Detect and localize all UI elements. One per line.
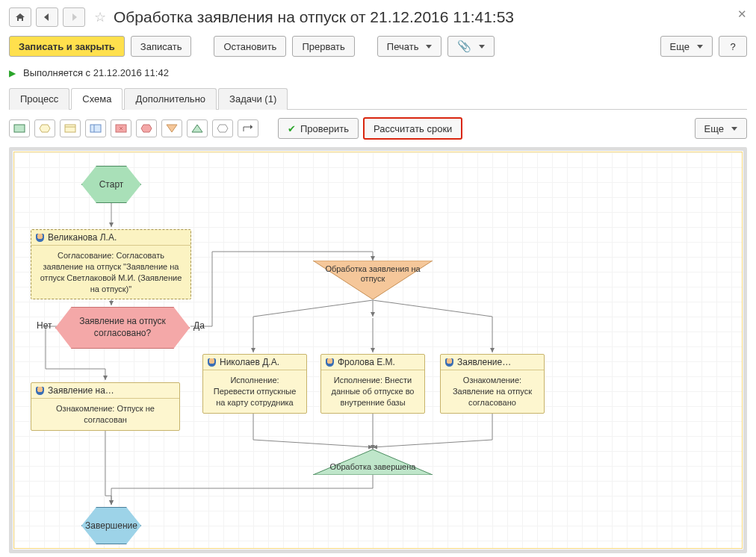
app-window: ☆ Обработка заявления на отпуск от 21.12… bbox=[0, 0, 756, 557]
node-split[interactable]: Обработка заявления на отпуск bbox=[313, 261, 433, 299]
shape-link-icon[interactable] bbox=[212, 119, 233, 137]
person-icon bbox=[36, 234, 44, 242]
paperclip-icon: 📎 bbox=[457, 40, 471, 53]
svg-marker-13 bbox=[250, 125, 252, 129]
shape-end-icon[interactable] bbox=[111, 119, 131, 137]
svg-marker-12 bbox=[217, 125, 228, 132]
node-reject-task[interactable]: Заявление на… Ознакомление: Отпуск не со… bbox=[31, 382, 180, 431]
shape-task-icon[interactable] bbox=[60, 119, 81, 137]
node-end[interactable]: Завершение bbox=[81, 507, 141, 544]
abort-button[interactable]: Прервать bbox=[292, 36, 354, 57]
scheme-toolbar: ✔Проверить Рассчитать сроки Еще bbox=[9, 117, 747, 140]
save-button[interactable]: Записать bbox=[131, 36, 192, 57]
running-icon: ▶ bbox=[9, 68, 16, 78]
tab-extra[interactable]: Дополнительно bbox=[124, 88, 217, 110]
status-bar: ▶ Выполняется с 21.12.2016 11:42 bbox=[9, 67, 747, 78]
home-button[interactable] bbox=[9, 7, 31, 27]
diagram-arrows bbox=[14, 152, 742, 548]
more-button[interactable]: Еще bbox=[660, 36, 713, 57]
diagram-container: Старт Великанова Л.А. Согласование: Согл… bbox=[9, 147, 747, 553]
shape-activity-icon[interactable] bbox=[9, 119, 30, 137]
back-button[interactable] bbox=[36, 7, 58, 27]
calc-dates-button[interactable]: Рассчитать сроки bbox=[363, 117, 462, 140]
person-icon bbox=[208, 358, 216, 367]
node-approval-task[interactable]: Великанова Л.А. Согласование: Согласоват… bbox=[31, 229, 191, 299]
attach-button[interactable]: 📎 bbox=[447, 36, 495, 57]
svg-marker-10 bbox=[167, 125, 177, 132]
title-bar: ☆ Обработка заявления на отпуск от 21.12… bbox=[9, 6, 747, 28]
person-icon bbox=[326, 358, 334, 367]
tabs: Процесс Схема Дополнительно Задачи (1) bbox=[9, 87, 747, 110]
label-no: Нет bbox=[37, 320, 52, 331]
tab-scheme[interactable]: Схема bbox=[71, 88, 123, 110]
label-yes: Да bbox=[193, 320, 205, 331]
node-task-2[interactable]: Фролова Е.М. Исполнение: Внести данные о… bbox=[320, 354, 425, 414]
scheme-more-button[interactable]: Еще bbox=[695, 118, 747, 139]
shape-split-icon[interactable] bbox=[161, 119, 182, 137]
svg-marker-1 bbox=[40, 125, 50, 132]
person-icon bbox=[445, 358, 453, 367]
shape-event-icon[interactable] bbox=[34, 119, 55, 137]
forward-button[interactable] bbox=[63, 7, 85, 27]
connector-icon[interactable] bbox=[238, 119, 258, 137]
tab-process[interactable]: Процесс bbox=[9, 88, 69, 110]
help-button[interactable]: ? bbox=[719, 36, 747, 57]
node-task-3[interactable]: Заявление… Ознакомление: Заявление на от… bbox=[440, 354, 545, 414]
node-task-1[interactable]: Николаев Д.А. Исполнение: Перевести отпу… bbox=[202, 354, 307, 414]
svg-rect-2 bbox=[65, 125, 75, 132]
status-text: Выполняется с 21.12.2016 11:42 bbox=[23, 67, 169, 78]
node-start[interactable]: Старт bbox=[81, 166, 141, 203]
shape-decision-icon[interactable] bbox=[136, 119, 157, 137]
person-icon bbox=[36, 387, 44, 395]
diagram-canvas[interactable]: Старт Великанова Л.А. Согласование: Согл… bbox=[13, 152, 743, 549]
shape-join-icon[interactable] bbox=[187, 119, 208, 137]
check-button[interactable]: ✔Проверить bbox=[278, 118, 359, 139]
close-button[interactable]: ✕ bbox=[737, 7, 747, 21]
shape-subprocess-icon[interactable] bbox=[85, 119, 106, 137]
page-title: Обработка заявления на отпуск от 21.12.2… bbox=[114, 8, 514, 26]
node-decision[interactable]: Заявление на отпуск согласовано? bbox=[55, 307, 190, 349]
node-join[interactable]: Обработка завершена bbox=[313, 449, 433, 477]
svg-rect-0 bbox=[14, 125, 25, 132]
save-and-close-button[interactable]: Записать и закрыть bbox=[9, 36, 125, 57]
print-button[interactable]: Печать bbox=[377, 36, 442, 57]
stop-button[interactable]: Остановить bbox=[214, 36, 286, 57]
check-icon: ✔ bbox=[288, 123, 296, 134]
svg-marker-9 bbox=[141, 125, 152, 132]
svg-marker-11 bbox=[192, 125, 202, 132]
main-toolbar: Записать и закрыть Записать Остановить П… bbox=[9, 36, 747, 57]
favorite-icon[interactable]: ☆ bbox=[94, 9, 106, 25]
svg-rect-4 bbox=[90, 125, 101, 132]
tab-tasks[interactable]: Задачи (1) bbox=[218, 88, 288, 110]
